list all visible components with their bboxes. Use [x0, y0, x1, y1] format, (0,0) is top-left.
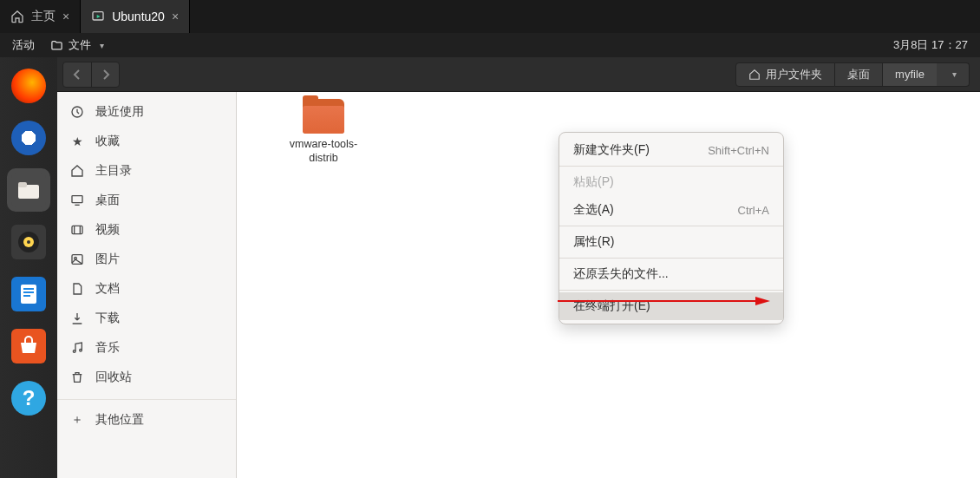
svg-point-6 [27, 240, 30, 244]
svg-marker-1 [97, 15, 101, 18]
vm-icon [91, 10, 105, 23]
sidebar-item-pictures[interactable]: 图片 [57, 245, 236, 274]
sidebar-item-desktop[interactable]: 桌面 [57, 186, 236, 215]
software-store-icon [11, 329, 46, 363]
dock-help[interactable]: ? [7, 377, 50, 420]
thunderbird-icon [11, 121, 46, 155]
svg-rect-9 [23, 291, 34, 293]
clock[interactable]: 3月8日 17：27 [893, 37, 968, 53]
dock-firefox[interactable] [7, 64, 50, 108]
help-icon: ? [11, 381, 46, 416]
host-tab-bar: 主页 × Ubuntu20 × [0, 0, 980, 33]
home-icon [69, 164, 85, 178]
context-menu: 新建文件夹(F) Shift+Ctrl+N 粘贴(P) 全选(A) Ctrl+A… [559, 132, 784, 324]
host-tab-home[interactable]: 主页 × [0, 0, 81, 33]
menu-restore-missing[interactable]: 还原丢失的文件... [559, 260, 783, 288]
app-menu-files[interactable]: 文件 ▾ [50, 37, 104, 53]
sidebar-item-label: 桌面 [95, 193, 120, 208]
sidebar-item-label: 图片 [95, 252, 120, 267]
firefox-icon [11, 69, 46, 103]
sidebar-item-label: 音乐 [95, 340, 120, 356]
menu-shortcut: Ctrl+A [738, 204, 769, 217]
path-dropdown[interactable]: ▾ [937, 62, 970, 87]
sidebar-item-downloads[interactable]: 下载 [57, 304, 236, 333]
body: 最近使用 ★收藏 主目录 桌面 视频 图片 文档 下载 音乐 回收站 ＋其他位置… [57, 92, 980, 478]
svg-rect-12 [72, 196, 82, 203]
path-home[interactable]: 用户文件夹 [735, 62, 835, 87]
close-icon[interactable]: × [172, 10, 179, 23]
trash-icon [69, 370, 85, 384]
sidebar-item-starred[interactable]: ★收藏 [57, 127, 236, 156]
menu-select-all[interactable]: 全选(A) Ctrl+A [559, 196, 783, 224]
gnome-top-bar: 活动 文件 ▾ 3月8日 17：27 [0, 33, 980, 57]
folder-item[interactable]: vmware-tools-distrib [289, 99, 358, 166]
toolbar: 用户文件夹 桌面 myfile ▾ [57, 57, 980, 92]
video-icon [69, 223, 85, 237]
path-current-label: myfile [895, 68, 924, 81]
menu-shortcut: Shift+Ctrl+N [708, 144, 769, 157]
dock-rhythmbox[interactable] [7, 220, 50, 264]
star-icon: ★ [69, 134, 85, 148]
path-current[interactable]: myfile [883, 62, 937, 87]
sidebar-item-trash[interactable]: 回收站 [57, 363, 236, 392]
clock-icon [69, 105, 85, 119]
close-icon[interactable]: × [62, 10, 69, 23]
sidebar-item-other-locations[interactable]: ＋其他位置 [57, 399, 236, 435]
menu-label: 粘贴(P) [573, 174, 614, 190]
menu-separator [559, 290, 783, 291]
sidebar-item-videos[interactable]: 视频 [57, 215, 236, 245]
menu-label: 属性(R) [573, 234, 614, 250]
download-icon [69, 311, 85, 325]
image-icon [69, 252, 85, 266]
sidebar-item-label: 最近使用 [95, 104, 144, 120]
sidebar-item-label: 主目录 [95, 163, 132, 179]
dock-writer[interactable] [7, 272, 50, 316]
back-button[interactable] [63, 62, 91, 87]
content-area[interactable]: vmware-tools-distrib 新建文件夹(F) Shift+Ctrl… [237, 92, 980, 478]
forward-button[interactable] [91, 62, 119, 87]
dock-files[interactable] [7, 168, 50, 212]
svg-rect-3 [18, 182, 27, 187]
path-desktop[interactable]: 桌面 [835, 62, 883, 87]
menu-label: 还原丢失的文件... [573, 266, 669, 282]
dock-software[interactable] [7, 324, 50, 368]
sidebar-item-home[interactable]: 主目录 [57, 156, 236, 186]
path-desktop-label: 桌面 [847, 67, 870, 82]
activities-button[interactable]: 活动 [12, 37, 35, 53]
dock: ? [0, 57, 57, 478]
host-tab-vm[interactable]: Ubuntu20 × [81, 0, 190, 33]
folder-label: vmware-tools-distrib [289, 137, 358, 166]
menu-paste: 粘贴(P) [559, 168, 783, 196]
svg-point-17 [80, 349, 82, 351]
sidebar-item-label: 收藏 [95, 134, 120, 149]
desktop-icon [69, 193, 85, 207]
svg-rect-10 [23, 295, 30, 297]
nav-buttons [62, 62, 120, 88]
sidebar-item-music[interactable]: 音乐 [57, 333, 236, 363]
menu-label: 在终端打开(E) [573, 298, 650, 314]
folder-icon [50, 39, 63, 52]
menu-separator [559, 258, 783, 259]
home-icon [748, 69, 761, 81]
menu-separator [559, 226, 783, 226]
home-icon [10, 10, 24, 23]
app-menu-label: 文件 [69, 37, 91, 53]
plus-icon: ＋ [69, 412, 85, 428]
chevron-left-icon [72, 69, 82, 80]
chevron-down-icon: ▾ [952, 69, 957, 79]
path-home-label: 用户文件夹 [766, 67, 822, 82]
menu-open-terminal[interactable]: 在终端打开(E) [559, 292, 783, 320]
menu-label: 全选(A) [573, 202, 614, 218]
sidebar-item-label: 视频 [95, 222, 120, 238]
host-tab-home-label: 主页 [31, 9, 56, 24]
workspace: ? 用户文件夹 桌面 my [0, 57, 980, 478]
sidebar-item-label: 文档 [95, 281, 120, 297]
menu-properties[interactable]: 属性(R) [559, 228, 783, 256]
menu-new-folder[interactable]: 新建文件夹(F) Shift+Ctrl+N [559, 136, 783, 164]
svg-point-16 [73, 350, 75, 353]
speaker-icon [11, 225, 46, 259]
sidebar-item-recent[interactable]: 最近使用 [57, 97, 236, 127]
sidebar-item-documents[interactable]: 文档 [57, 274, 236, 304]
dock-thunderbird[interactable] [7, 116, 50, 160]
host-tab-vm-label: Ubuntu20 [112, 10, 165, 23]
